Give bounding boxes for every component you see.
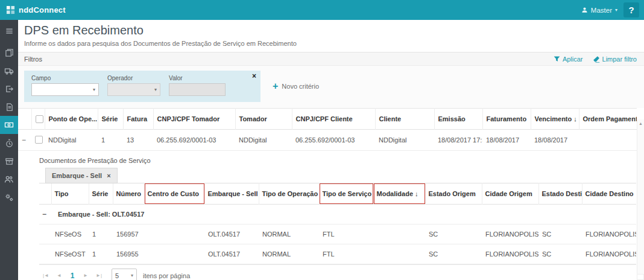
cell-centro-de-custo <box>144 224 204 244</box>
column-header-tipo[interactable]: Tipo <box>51 183 89 204</box>
export-icon[interactable] <box>0 80 18 98</box>
column-header-cliente[interactable]: Cliente <box>375 109 434 130</box>
column-header-ordem-pagamento[interactable]: Ordem Pagamento <box>579 109 637 130</box>
table-row[interactable]: NFSeOS 1 156957 OLT.04517 NORMAL FTL SC … <box>39 224 636 244</box>
close-icon[interactable]: × <box>107 172 110 179</box>
row-detail-section: Documentos de Prestação de Serviço Embar… <box>18 151 644 280</box>
column-header-centro-de-custo[interactable]: Centro de Custo <box>144 183 204 204</box>
cell-cliente: NDDigital <box>375 129 434 150</box>
page-number-button[interactable]: 1 <box>66 269 79 280</box>
column-header-tipo-de-servico[interactable]: Tipo de Serviço <box>319 183 373 204</box>
tab-embarque-sell[interactable]: Embarque - Sell × <box>45 168 118 183</box>
cell-vencimento: 18/08/2017 <box>531 129 579 150</box>
cell-modalidade <box>373 244 425 264</box>
campo-select[interactable]: ▾ <box>31 83 99 96</box>
file-icon[interactable] <box>0 98 18 116</box>
column-header-cnpj-cpf-cliente[interactable]: CNPJ/CPF Cliente <box>292 109 375 130</box>
truck-icon[interactable] <box>0 62 18 80</box>
page-size-select[interactable]: 5 ▾ <box>112 269 137 280</box>
operador-label: Operador <box>107 75 160 81</box>
collapse-group-icon[interactable]: − <box>42 210 46 218</box>
cell-tomador: NDDigital <box>235 129 292 150</box>
column-header-embarque-sell[interactable]: Embarque - Sell <box>204 183 259 204</box>
collapse-row-icon[interactable]: − <box>22 136 26 144</box>
new-criteria-button[interactable]: + Novo critério <box>273 81 319 91</box>
column-header-estado-destino[interactable]: Estado Destino <box>538 183 582 204</box>
group-row: − Embarque - Sell: OLT.04517 <box>39 204 636 224</box>
users-icon[interactable] <box>0 170 18 188</box>
cell-estado-destino: SC <box>538 244 582 264</box>
campo-label: Campo <box>31 75 99 81</box>
help-button[interactable]: ? <box>623 2 639 18</box>
column-header-cidade-origem[interactable]: Cidade Origem <box>482 183 538 204</box>
cell-fatura: 13 <box>123 129 153 150</box>
column-header-modalidade[interactable]: Modalidade ↓ <box>373 183 425 204</box>
pagination: |◄ ◄ 1 ► ►| 5 ▾ itens por página <box>39 264 636 280</box>
column-header-vencimento[interactable]: Vencimento ↓ <box>531 109 579 130</box>
cell-faturamento: 18/08/2017 <box>482 129 531 150</box>
cell-modalidade <box>373 224 425 244</box>
detail-expander-column-header <box>39 183 51 204</box>
timer-icon[interactable] <box>0 134 18 152</box>
items-per-page-label: itens por página <box>143 272 190 279</box>
cell-tipo: NFSeOS <box>51 224 89 244</box>
cell-emissao: 18/08/2017 17:39 <box>434 129 482 150</box>
eraser-icon <box>593 56 600 63</box>
table-row[interactable]: NFSeOST 1 156955 OLT.04517 NORMAL FTL SC… <box>39 244 636 264</box>
row-checkbox[interactable] <box>35 136 43 144</box>
vertical-scrollbar[interactable]: ▲ <box>637 119 644 274</box>
column-header-faturamento[interactable]: Faturamento <box>482 109 531 130</box>
column-header-fatura[interactable]: Fatura <box>123 109 153 130</box>
operador-select[interactable]: ▾ <box>107 83 160 96</box>
last-page-button[interactable]: ►| <box>92 269 106 280</box>
clear-filter-button[interactable]: Limpar filtro <box>593 56 637 63</box>
column-header-cidade-destino[interactable]: Cidade Destino <box>582 183 636 204</box>
column-header-tipo-de-operacao[interactable]: Tipo de Operação <box>259 183 319 204</box>
detail-section-title: Documentos de Prestação de Serviço <box>39 157 644 164</box>
scroll-up-icon[interactable]: ▲ <box>639 121 643 274</box>
column-header-numero[interactable]: Número <box>113 183 144 204</box>
cell-serie: 1 <box>89 224 113 244</box>
column-header-ponto-operacao[interactable]: Ponto de Ope... <box>45 109 98 130</box>
receivables-icon[interactable] <box>0 116 18 134</box>
scrollbar-corner <box>637 274 644 280</box>
valor-label: Valor <box>169 75 226 81</box>
column-header-emissao[interactable]: Emissão <box>434 109 482 130</box>
column-header-serie[interactable]: Série <box>89 183 113 204</box>
chevron-down-icon: ▾ <box>93 87 95 92</box>
cell-embarque-sell: OLT.04517 <box>204 224 259 244</box>
funnel-icon <box>554 56 560 62</box>
next-page-button[interactable]: ► <box>79 269 92 280</box>
clear-filter-label: Limpar filtro <box>602 56 637 63</box>
column-header-serie[interactable]: Série <box>98 109 123 130</box>
documents-icon[interactable] <box>0 43 18 62</box>
user-menu[interactable]: Master ▾ <box>581 7 617 14</box>
apply-filter-button[interactable]: Aplicar <box>554 56 583 63</box>
group-label: Embarque - Sell: OLT.04517 <box>58 211 144 218</box>
archive-icon[interactable] <box>0 152 18 170</box>
settings-icon[interactable] <box>0 188 18 206</box>
valor-input[interactable] <box>169 83 226 96</box>
page-title: DPS em Recebimento <box>24 24 637 37</box>
filters-section-title: Filtros <box>24 56 42 63</box>
cell-tipo-de-operacao: NORMAL <box>259 224 319 244</box>
menu-icon[interactable] <box>0 22 18 40</box>
brand-name: nddConnect <box>19 5 66 14</box>
select-all-checkbox[interactable] <box>36 115 43 123</box>
cell-ponto-operacao: NDDigital <box>45 129 98 150</box>
nddconnect-logo-icon <box>6 5 15 14</box>
apply-filter-label: Aplicar <box>563 56 583 63</box>
page-subtitle: Informe os dados para pesquisa dos Docum… <box>24 40 637 47</box>
remove-criteria-button[interactable]: × <box>252 72 256 80</box>
column-header-tomador[interactable]: Tomador <box>235 109 292 130</box>
first-page-button[interactable]: |◄ <box>39 269 52 280</box>
table-row[interactable]: − NDDigital 1 13 06.255.692/0001-03 NDDi… <box>18 129 637 150</box>
cell-tipo-de-servico: FTL <box>319 224 373 244</box>
previous-page-button[interactable]: ◄ <box>52 269 66 280</box>
brand[interactable]: nddConnect <box>6 5 66 14</box>
main-grid: Ponto de Ope... Série Fatura CNPJ/CPF To… <box>18 108 637 151</box>
cell-tipo: NFSeOST <box>51 244 89 264</box>
column-header-estado-origem[interactable]: Estado Origem <box>425 183 482 204</box>
column-header-cnpj-cpf-tomador[interactable]: CNPJ/CPF Tomador <box>153 109 235 130</box>
cell-estado-origem: SC <box>425 224 482 244</box>
